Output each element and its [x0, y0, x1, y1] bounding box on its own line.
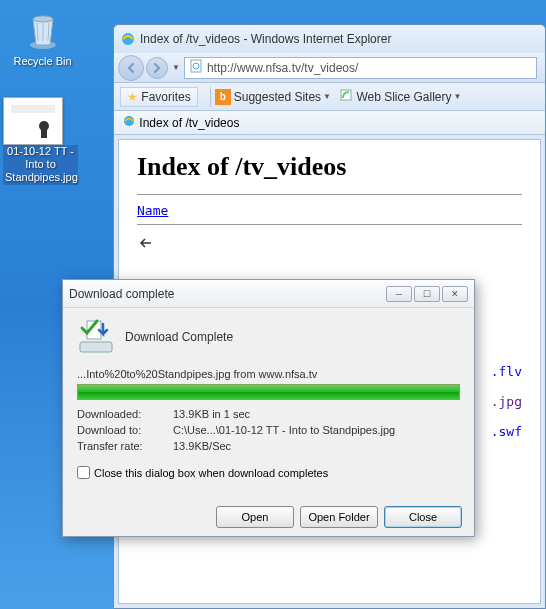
recycle-bin-label: Recycle Bin: [5, 55, 80, 67]
download-details: Downloaded: 13.9KB in 1 sec Download to:…: [77, 408, 460, 456]
address-text: http://www.nfsa.tv/tv_videos/: [207, 61, 358, 75]
star-icon: ★: [127, 90, 138, 104]
downloadto-value: C:\Use...\01-10-12 TT - Into to Standpip…: [173, 424, 395, 440]
ie-nav-bar: ▼ http://www.nfsa.tv/tv_videos/: [114, 53, 545, 83]
close-on-complete-label: Close this dialog box when download comp…: [94, 467, 328, 479]
svg-point-1: [33, 16, 53, 22]
progress-bar: [77, 384, 460, 400]
ie-title-text: Index of /tv_videos - Windows Internet E…: [140, 32, 391, 46]
page-icon: [189, 59, 203, 76]
suggested-sites-button[interactable]: b Suggested Sites ▼: [215, 89, 331, 105]
close-on-complete-checkbox[interactable]: [77, 466, 90, 479]
chevron-down-icon: ▼: [323, 92, 331, 101]
nav-dropdown-icon[interactable]: ▼: [172, 63, 180, 72]
dialog-title-text: Download complete: [69, 287, 174, 301]
maximize-button[interactable]: ☐: [414, 286, 440, 302]
favorites-bar: ★ Favorites b Suggested Sites ▼ Web Slic…: [114, 83, 545, 111]
tab-favicon-icon: [122, 114, 136, 131]
forward-button[interactable]: [146, 57, 168, 79]
page-heading: Index of /tv_videos: [137, 152, 522, 182]
file-thumbnail-icon: [3, 97, 63, 145]
browser-tab[interactable]: Index of /tv_videos: [114, 111, 545, 135]
svg-rect-14: [80, 342, 112, 352]
download-complete-icon: [77, 318, 115, 356]
dialog-titlebar[interactable]: Download complete ─ ☐ ✕: [63, 280, 474, 308]
desktop-file[interactable]: 01-10-12 TT - Into to Standpipes.jpg: [3, 97, 78, 185]
rate-value: 13.9KB/Sec: [173, 440, 231, 456]
chevron-down-icon: ▼: [454, 92, 462, 101]
minimize-button[interactable]: ─: [386, 286, 412, 302]
recycle-bin[interactable]: Recycle Bin: [5, 5, 80, 67]
address-bar[interactable]: http://www.nfsa.tv/tv_videos/: [184, 57, 537, 79]
open-folder-button[interactable]: Open Folder: [300, 506, 378, 528]
downloadto-label: Download to:: [77, 424, 173, 440]
downloaded-label: Downloaded:: [77, 408, 173, 424]
parent-dir-row[interactable]: [137, 233, 522, 253]
open-button[interactable]: Open: [216, 506, 294, 528]
web-slice-button[interactable]: Web Slice Gallery ▼: [339, 88, 461, 105]
download-heading: Download Complete: [125, 330, 233, 344]
dir-column-header: Name: [137, 203, 522, 218]
bing-icon: b: [215, 89, 231, 105]
close-window-button[interactable]: ✕: [442, 286, 468, 302]
svg-rect-3: [11, 105, 55, 113]
slice-icon: [339, 88, 353, 105]
tab-label: Index of /tv_videos: [139, 116, 239, 130]
close-button[interactable]: Close: [384, 506, 462, 528]
back-icon: [137, 235, 157, 251]
recycle-bin-icon: [19, 5, 67, 53]
favorites-button[interactable]: ★ Favorites: [120, 87, 198, 107]
desktop-file-label: 01-10-12 TT - Into to Standpipes.jpg: [3, 145, 78, 185]
column-name-link[interactable]: Name: [137, 203, 168, 218]
ie-titlebar[interactable]: Index of /tv_videos - Windows Internet E…: [114, 25, 545, 53]
download-file-line: ...Into%20to%20Standpipes.jpg from www.n…: [77, 368, 460, 380]
back-button[interactable]: [118, 55, 144, 81]
downloaded-value: 13.9KB in 1 sec: [173, 408, 250, 424]
rate-label: Transfer rate:: [77, 440, 173, 456]
svg-point-4: [39, 121, 49, 131]
download-dialog: Download complete ─ ☐ ✕ Download Complet…: [62, 279, 475, 537]
svg-rect-5: [41, 130, 47, 138]
ie-logo-icon: [120, 31, 136, 47]
